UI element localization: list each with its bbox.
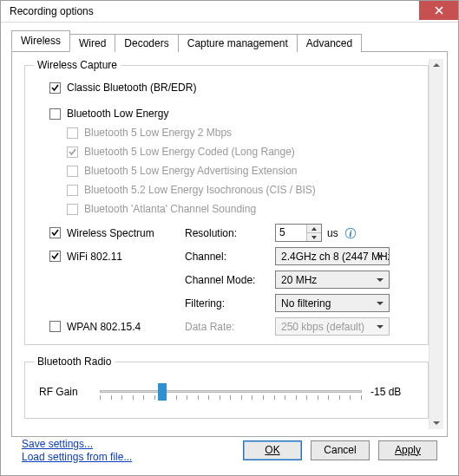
resolution-unit: us <box>327 227 338 239</box>
ctrl-resolution: 5 us i <box>275 224 419 242</box>
scroll-up-icon <box>433 63 440 67</box>
label-ble-atlanta: Bluetooth 'Atlanta' Channel Sounding <box>84 203 256 215</box>
cancel-button[interactable]: Cancel <box>311 440 370 460</box>
checkbox-classic-bt[interactable] <box>49 82 61 94</box>
label-ble-adv-ext: Bluetooth 5 Low Energy Advertising Exten… <box>84 165 297 177</box>
titlebar: Recording options <box>1 1 458 23</box>
row-wifi: WiFi 802.11 <box>34 251 181 263</box>
row-ble: Bluetooth Low Energy <box>34 104 419 123</box>
row-ble-2mbps: Bluetooth 5 Low Energy 2 Mbps <box>34 123 419 142</box>
tab-capture-management[interactable]: Capture management <box>178 34 298 52</box>
label-ble-2mbps: Bluetooth 5 Low Energy 2 Mbps <box>84 127 232 139</box>
checkbox-ble-atlanta <box>67 204 78 215</box>
tab-panel-wireless: Wireless Capture Classic Bluetooth (BR/E… <box>11 51 448 437</box>
slider-ticks <box>100 395 362 401</box>
rf-gain-value: -15 dB <box>370 386 414 398</box>
svg-text:i: i <box>349 229 351 238</box>
apply-button[interactable]: Apply <box>378 440 437 460</box>
tab-wired[interactable]: Wired <box>69 34 115 52</box>
tab-area: Wireless Wired Decoders Capture manageme… <box>11 31 448 437</box>
tab-decoders[interactable]: Decoders <box>115 34 178 52</box>
label-ble: Bluetooth Low Energy <box>67 108 168 120</box>
panel-content: Wireless Capture Classic Bluetooth (BR/E… <box>24 59 429 429</box>
checkbox-wifi[interactable] <box>49 251 61 262</box>
group-bt-radio: Bluetooth Radio RF Gain -15 dB <box>24 355 429 419</box>
link-load-settings[interactable]: Load settings from file... <box>22 451 132 463</box>
checkbox-ble-adv-ext <box>67 166 78 177</box>
footer-links: Save settings... Load settings from file… <box>22 438 132 463</box>
window-title: Recording options <box>10 5 94 17</box>
recording-options-window: Recording options Wireless Wired Decoder… <box>0 0 459 476</box>
close-button[interactable] <box>419 1 458 20</box>
label-channel: Channel: <box>185 251 272 263</box>
combo-channel-mode[interactable]: 20 MHz <box>275 271 390 289</box>
spin-resolution-arrows[interactable] <box>307 225 321 241</box>
row-spectrum: Wireless Spectrum <box>34 227 181 239</box>
group-bt-radio-legend: Bluetooth Radio <box>34 355 115 368</box>
label-data-rate: Data Rate: <box>185 321 272 333</box>
label-classic-bt: Classic Bluetooth (BR/EDR) <box>67 82 196 94</box>
slider-rail <box>100 390 362 393</box>
dialog-body: Wireless Wired Decoders Capture manageme… <box>1 23 458 475</box>
rf-gain-row: RF Gain -15 dB <box>34 375 419 409</box>
spin-resolution-value: 5 <box>276 225 307 241</box>
checkbox-ble-2mbps <box>67 127 78 139</box>
chevron-down-icon <box>311 236 317 239</box>
row-ble-adv-ext: Bluetooth 5 Low Energy Advertising Exten… <box>34 161 419 180</box>
label-ble-iso: Bluetooth 5.2 Low Energy Isochronous (CI… <box>84 184 316 196</box>
combo-filtering[interactable]: No filtering <box>275 294 390 312</box>
label-filtering: Filtering: <box>185 297 272 310</box>
checkbox-spectrum[interactable] <box>49 227 61 238</box>
link-save-settings[interactable]: Save settings... <box>22 438 132 450</box>
checkbox-wpan[interactable] <box>49 321 61 332</box>
combo-data-rate: 250 kbps (default) <box>275 317 390 336</box>
row-classic-bt: Classic Bluetooth (BR/EDR) <box>34 78 419 97</box>
rf-gain-slider[interactable] <box>100 381 362 402</box>
label-resolution: Resolution: <box>185 227 272 239</box>
group-wireless-capture: Wireless Capture Classic Bluetooth (BR/E… <box>24 59 429 345</box>
row-wpan: WPAN 802.15.4 <box>34 321 181 333</box>
group-wireless-capture-legend: Wireless Capture <box>34 59 121 71</box>
row-ble-atlanta: Bluetooth 'Atlanta' Channel Sounding <box>34 199 419 218</box>
checkbox-ble-coded <box>67 147 78 158</box>
row-ble-iso: Bluetooth 5.2 Low Energy Isochronous (CI… <box>34 180 419 199</box>
close-icon <box>435 6 443 15</box>
row-ble-coded: Bluetooth 5 Low Energy Coded (Long Range… <box>34 142 419 161</box>
spin-resolution[interactable]: 5 <box>275 224 322 242</box>
label-spectrum: Wireless Spectrum <box>67 227 154 239</box>
vertical-scrollbar[interactable] <box>429 59 443 429</box>
scroll-down-icon <box>433 421 440 425</box>
label-channel-mode: Channel Mode: <box>185 274 272 286</box>
slider-thumb[interactable] <box>158 383 167 401</box>
wireless-grid: Wireless Spectrum Resolution: 5 us <box>34 224 419 336</box>
info-icon[interactable]: i <box>344 226 357 240</box>
rf-gain-label: RF Gain <box>39 386 91 398</box>
tab-advanced[interactable]: Advanced <box>297 34 362 52</box>
checkbox-ble-iso <box>67 185 78 196</box>
label-wpan: WPAN 802.15.4 <box>67 321 141 333</box>
chevron-up-icon <box>311 227 317 231</box>
combo-channel[interactable]: 2.4GHz ch 8 (2447 MHz) <box>275 247 390 265</box>
tab-wireless[interactable]: Wireless <box>11 30 70 51</box>
label-ble-coded: Bluetooth 5 Low Energy Coded (Long Range… <box>84 146 295 158</box>
footer: Save settings... Load settings from file… <box>11 437 448 468</box>
checkbox-ble[interactable] <box>49 108 61 120</box>
tabs-row: Wireless Wired Decoders Capture manageme… <box>11 31 448 51</box>
ok-button[interactable]: OK <box>243 440 302 460</box>
label-wifi: WiFi 802.11 <box>67 251 122 263</box>
